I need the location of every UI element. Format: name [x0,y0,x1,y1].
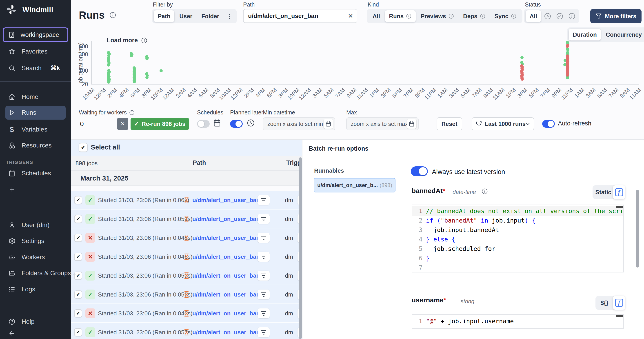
run-row[interactable]: ✔ ✕ Started 31/03, 23:06 (Ran in 0.046s)… [71,304,302,323]
planned-later-clock-button[interactable] [246,119,255,127]
batch-panel-scrollbar[interactable] [636,190,639,267]
row-filter-button[interactable] [258,195,270,205]
sidebar-item-workers[interactable]: Workers [6,250,66,264]
row-checkbox[interactable]: ✔ [74,253,82,261]
run-row[interactable]: ✔ ✓ Started 31/03, 23:06 (Ran in 0.059s)… [71,209,302,228]
planned-later-toggle[interactable] [230,120,243,128]
filter-tab-path[interactable]: Path [154,10,174,22]
chart-tab-duration[interactable]: Duration [569,29,601,41]
kind-tab-deps[interactable]: Deps [459,10,490,22]
row-checkbox[interactable]: ✔ [74,196,82,204]
workspace-switcher[interactable]: workingspace [3,28,68,42]
kind-tab-previews[interactable]: Previews [416,10,458,22]
runnable-chip[interactable]: u/dm/alert_on_user_b... (898) [314,178,396,192]
filter-more-menu[interactable]: ⋮ [224,13,235,20]
run-path-link[interactable]: u/dm/alert_on_user_ban [192,285,260,304]
row-filter-button[interactable] [258,214,270,224]
sidebar-item-resources[interactable]: Resources [6,139,66,152]
sidebar-add-button[interactable] [6,183,66,196]
sidebar-item-favorites[interactable]: Favorites [6,45,66,59]
run-path-link[interactable]: u/dm/alert_on_user_ban [192,209,260,228]
row-checkbox[interactable]: ✔ [74,215,82,223]
run-path-link[interactable]: u/dm/alert_on_user_ban [192,228,260,247]
kind-tab-runs[interactable]: Runs [385,10,416,22]
row-filter-button[interactable] [258,233,270,243]
path-label: Path [243,1,254,8]
filter-tab-folder[interactable]: Folder [197,10,223,22]
status-group: All [524,9,579,23]
max-datetime-input[interactable]: zoom x axis to set max [346,117,418,130]
last-runs-button[interactable]: Last 1000 runs [472,117,534,130]
chart-tab-concurrency[interactable]: Concurrency [602,29,644,41]
kind-tab-sync[interactable]: Sync [490,10,521,22]
check-icon: ✓ [134,121,139,127]
row-filter-button[interactable] [258,308,270,318]
sidebar-item-schedules[interactable]: Schedules [6,166,66,180]
row-checkbox[interactable]: ✔ [74,290,82,298]
sidebar-item-folders-groups[interactable]: Folders & Groups... [6,266,66,280]
search-icon [8,65,16,72]
sidebar-item-user[interactable]: User (dm) [6,218,66,232]
sidebar-item-label: Schedules [22,170,51,177]
row-filter-button[interactable] [258,252,270,262]
status-tab-all[interactable]: All [526,10,541,22]
run-row[interactable]: ✔ ✕ Started 31/03, 23:06 (Ran in 0.048s)… [71,228,302,247]
sidebar-item-runs[interactable]: Runs [6,106,66,120]
username-code-editor[interactable]: 1"@" + job.input.username [412,314,624,329]
sidebar: Windmill workingspace Favorites Search ⌘… [0,0,71,339]
row-checkbox[interactable]: ✔ [74,309,82,317]
rerun-jobs-button[interactable]: ✓ Re-run 898 jobs [130,118,189,130]
last-runs-dropdown-button[interactable] [522,121,534,127]
run-path-link[interactable]: u/dm/alert_on_user_ban [192,323,260,339]
select-all-label[interactable]: Select all [91,143,120,151]
row-checkbox[interactable]: ✔ [74,328,82,336]
more-filters-button[interactable]: More filters [590,9,642,23]
status-tab-success[interactable] [554,10,565,22]
latest-version-toggle[interactable] [411,166,428,176]
schedules-toggle[interactable] [197,120,210,128]
select-all-checkbox[interactable]: ✔ [79,143,88,152]
clear-path-icon[interactable]: ✕ [344,12,357,20]
min-calendar-button[interactable] [324,119,333,129]
max-calendar-button[interactable] [407,119,416,129]
run-row[interactable]: ✔ ✕ Started 31/03, 23:06 (Ran in 0.046s)… [71,247,302,266]
scatter-plot[interactable] [91,41,639,85]
bannedAt-js-mode-tab[interactable]: f [613,185,625,199]
filter-tab-user[interactable]: User [175,10,196,22]
static-mode-tab[interactable]: Static [592,185,614,199]
run-row[interactable]: ✔ ✓ Started 31/03, 23:06 (Ran in 0.059s)… [71,285,302,304]
sidebar-item-variables[interactable]: $ Variables [6,123,66,136]
schedules-calendar-button[interactable] [213,119,221,127]
reset-button[interactable]: Reset [436,117,462,130]
row-filter-button[interactable] [258,271,270,280]
cancel-selection-button[interactable]: ✕ [117,118,128,130]
sidebar-item-logs[interactable]: Logs [6,282,66,296]
run-row[interactable]: ✔ ✓ Started 31/03, 23:06 (Ran in 0.057s)… [71,323,302,339]
kind-tab-label: Runs [389,13,404,20]
username-js-mode-tab[interactable]: f [613,296,625,310]
run-path-link[interactable]: u/dm/alert_on_user_ban [192,191,260,209]
auto-refresh-toggle[interactable] [542,120,555,128]
run-row[interactable]: ✔ ✓ Started 31/03, 23:06 (Ran in 0.06s) … [71,191,302,209]
kind-tab-all[interactable]: All [368,10,384,22]
row-filter-button[interactable] [258,327,270,337]
run-path-link[interactable]: u/dm/alert_on_user_ban [192,266,260,285]
bannedAt-code-editor[interactable]: 1// bannedAt does not exist on all versi… [412,205,624,272]
run-path-link[interactable]: u/dm/alert_on_user_ban [192,304,260,323]
runs-rows: ✔ ✓ Started 31/03, 23:06 (Ran in 0.06s) … [71,191,302,339]
sidebar-item-home[interactable]: Home [6,90,66,104]
status-tab-failure[interactable] [566,10,578,22]
play-icon [8,109,16,116]
run-row[interactable]: ✔ ✓ Started 31/03, 23:06 (Ran in 0.059s)… [71,266,302,285]
template-mode-tab[interactable]: ${} [596,296,614,310]
min-datetime-input[interactable]: zoom x axis to set min (dr [263,117,335,130]
sidebar-item-search[interactable]: Search ⌘k [6,61,66,75]
run-path-link[interactable]: u/dm/alert_on_user_ban [192,247,260,266]
row-filter-button[interactable] [258,289,270,299]
status-tab-running[interactable] [542,10,553,22]
path-filter-field[interactable]: u/dm/alert_on_user_ban ✕ [243,9,357,23]
sidebar-item-settings[interactable]: Settings [6,234,66,248]
row-checkbox[interactable]: ✔ [74,234,82,242]
collapse-sidebar-button[interactable] [6,326,66,339]
runs-list-scrollbar[interactable] [299,157,302,339]
